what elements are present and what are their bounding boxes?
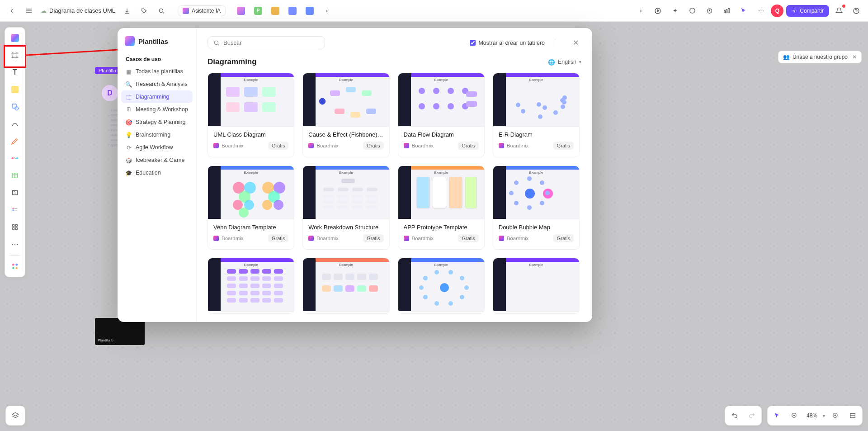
dark-card: Plantilla b: [95, 318, 145, 345]
template-card[interactable]: Example: [493, 258, 580, 314]
tag-icon[interactable]: [137, 4, 151, 18]
boardmix-icon: [308, 236, 314, 241]
close-join-chip[interactable]: ✕: [852, 54, 857, 60]
bottom-left-bar: [5, 406, 25, 426]
user-avatar[interactable]: Q: [771, 5, 783, 17]
swatch-5[interactable]: [302, 4, 317, 18]
category-label: Strategy & Planning: [136, 119, 186, 125]
ai-label: Asistente IA: [192, 8, 221, 14]
download-icon[interactable]: [120, 4, 134, 18]
swatch-1[interactable]: [234, 4, 248, 18]
bell-icon[interactable]: [832, 4, 846, 18]
template-card[interactable]: Example: [398, 258, 485, 314]
template-card[interactable]: ExampleAPP Prototype TemplateBoardmixGra…: [398, 166, 485, 250]
text-tool[interactable]: T: [7, 65, 23, 80]
template-card[interactable]: Example: [302, 258, 389, 314]
zoom-value[interactable]: 48%: [805, 412, 819, 419]
help-circle-icon[interactable]: [849, 4, 863, 18]
category-item[interactable]: 💡Brainstorming: [121, 128, 193, 141]
chevron-right-icon[interactable]: ›: [633, 4, 648, 18]
template-card[interactable]: ExampleDouble Bubble MapBoardmixGratis: [493, 166, 580, 250]
svg-point-51: [214, 41, 218, 44]
table-tool[interactable]: [7, 168, 23, 183]
template-card[interactable]: ExampleUML Class DiagramBoardmixGratis: [208, 73, 294, 157]
share-label: Compartir: [800, 8, 824, 14]
join-group-chip[interactable]: 👥 Únase a nuestro grupo ✕: [778, 51, 862, 63]
chevron-left-icon[interactable]: ‹: [320, 4, 334, 18]
zoom-out-button[interactable]: [788, 409, 801, 422]
apps-tool[interactable]: [7, 259, 23, 274]
cursor-tool-icon[interactable]: [736, 4, 751, 18]
swatch-2[interactable]: P: [251, 4, 265, 18]
timer-icon[interactable]: [702, 4, 717, 18]
share-button[interactable]: Compartir: [786, 5, 829, 17]
pointer-mode[interactable]: [770, 409, 784, 422]
close-modal-button[interactable]: ✕: [570, 37, 581, 49]
category-item[interactable]: ⬚Diagramming: [121, 90, 193, 103]
text-block-tool[interactable]: [7, 185, 23, 200]
search-input[interactable]: [223, 39, 319, 46]
modal-sidebar: Plantillas Casos de uso ▦Todas las plant…: [118, 28, 197, 322]
modal-content: Mostrar al crear un tablero ✕ Diagrammin…: [197, 28, 592, 322]
template-card[interactable]: ExampleData Flow DiagramBoardmixGratis: [398, 73, 485, 157]
layers-button[interactable]: [9, 409, 22, 422]
svg-rect-35: [15, 225, 17, 227]
pen-tool[interactable]: [7, 133, 23, 149]
grid-tool[interactable]: [7, 219, 23, 235]
help-icon[interactable]: ⋯: [754, 4, 768, 18]
category-item[interactable]: 🎓Education: [121, 166, 193, 179]
template-source: Boardmix: [308, 236, 339, 241]
category-item[interactable]: 🔍Research & Analysis: [121, 78, 193, 90]
swatch-3[interactable]: [268, 4, 283, 18]
show-on-create-checkbox[interactable]: [470, 40, 476, 46]
template-card[interactable]: Example: [208, 258, 294, 314]
sticky-note-tool[interactable]: [7, 82, 23, 97]
category-item[interactable]: ▦Todas las plantillas: [121, 65, 193, 78]
line-tool[interactable]: [7, 116, 23, 132]
svg-rect-37: [15, 227, 17, 229]
template-search[interactable]: [208, 36, 325, 49]
selection-badge: D: [102, 85, 118, 101]
menu-button[interactable]: [22, 4, 36, 18]
search-icon[interactable]: [154, 4, 169, 18]
frame-tool[interactable]: [7, 47, 23, 63]
redo-button[interactable]: [745, 409, 759, 422]
show-on-create-label: Mostrar al crear un tablero: [478, 40, 545, 46]
template-card[interactable]: ExampleVenn Diagram TemplateBoardmixGrat…: [208, 166, 294, 250]
template-thumbnail: Example: [398, 166, 484, 219]
template-card[interactable]: ExampleWork Breakdown StructureBoardmixG…: [302, 166, 389, 250]
undo-button[interactable]: [728, 409, 741, 422]
category-label: Education: [136, 170, 161, 176]
language-picker[interactable]: 🌐 English ▾: [548, 59, 581, 66]
template-card[interactable]: ExampleCause & Effect (Fishbone) Dia...B…: [302, 73, 389, 157]
zoom-in-button[interactable]: [829, 409, 842, 422]
template-name: Venn Diagram Template: [213, 224, 288, 231]
chevron-down-icon[interactable]: ▾: [823, 413, 825, 418]
templates-tool[interactable]: [7, 30, 23, 46]
list-tool[interactable]: [7, 202, 23, 218]
more-tools[interactable]: ⋯: [7, 237, 23, 252]
category-item[interactable]: 🗓Meeting & Workshop: [121, 103, 193, 116]
svg-point-22: [12, 157, 14, 160]
category-item[interactable]: ⟳Agile Workflow: [121, 141, 193, 154]
globe-icon: 🌐: [548, 59, 555, 66]
topbar: ☁ Diagrama de clases UML Asistente IA P …: [0, 0, 868, 22]
back-button[interactable]: [5, 4, 19, 18]
sparkle-icon[interactable]: ✦: [668, 4, 682, 18]
graph-icon[interactable]: [719, 4, 734, 18]
fit-view-button[interactable]: [846, 409, 859, 422]
chat-icon[interactable]: [685, 4, 699, 18]
swatch-4[interactable]: [285, 4, 300, 18]
category-label: Agile Workflow: [136, 144, 173, 151]
play-icon[interactable]: [651, 4, 665, 18]
connection-tool[interactable]: [7, 151, 23, 166]
category-item[interactable]: 🎲Icebreaker & Game: [121, 154, 193, 166]
ai-assistant-chip[interactable]: Asistente IA: [178, 5, 226, 16]
shape-tool[interactable]: [7, 99, 23, 114]
doc-title[interactable]: ☁ Diagrama de clases UML: [39, 7, 117, 14]
category-item[interactable]: 🎯Strategy & Planning: [121, 116, 193, 128]
template-card[interactable]: ExampleE-R DiagramBoardmixGratis: [493, 73, 580, 157]
show-on-create-toggle[interactable]: Mostrar al crear un tablero: [470, 40, 545, 46]
svg-rect-30: [13, 208, 14, 209]
svg-rect-11: [724, 11, 726, 13]
